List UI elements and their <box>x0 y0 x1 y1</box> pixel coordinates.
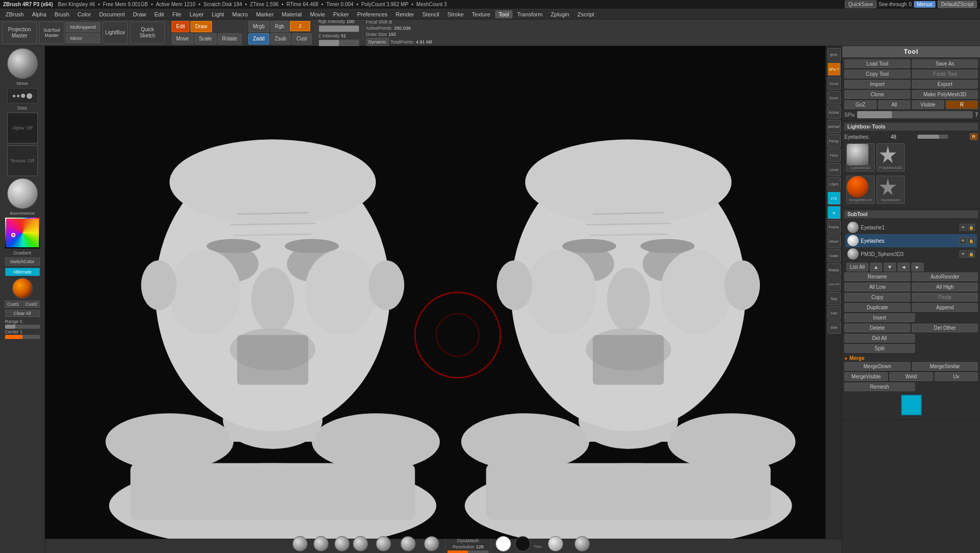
outline-item[interactable]: Outline <box>514 535 531 554</box>
range-slider[interactable] <box>5 325 40 329</box>
menu-brush[interactable]: Brush <box>51 10 73 18</box>
lightbox-button[interactable]: LightBox <box>102 22 128 44</box>
save-as-button[interactable]: Save As <box>912 59 978 68</box>
menu-alpha[interactable]: Alpha <box>28 10 50 18</box>
import-button[interactable]: Import <box>844 80 910 89</box>
spix-button[interactable]: SPix 7 <box>827 62 841 76</box>
goz-button[interactable]: GoZ <box>844 100 877 109</box>
multiappend-button[interactable]: MultiAppend <box>66 22 100 32</box>
switch-color-button[interactable]: SwitchColor <box>5 258 40 266</box>
snakehook-tool-item[interactable]: SnakeHook <box>420 535 443 554</box>
load-tool-button[interactable]: Load Tool <box>844 59 910 68</box>
del-all-button[interactable]: Del All <box>844 334 915 343</box>
merge-similar-button[interactable]: MergeSimilar <box>912 362 978 371</box>
polymesh3d-thumb[interactable]: PolyMesh3D <box>877 143 905 172</box>
menu-stencil[interactable]: Stencil <box>419 10 443 18</box>
menu-transform[interactable]: Transform <box>514 10 546 18</box>
subtool-item-eyelashe1[interactable]: Eyelashe1 👁 🔒 <box>845 221 977 234</box>
xyz-button[interactable]: xYZ <box>827 192 841 205</box>
scale-3d-button[interactable]: Scale <box>827 249 841 262</box>
topological-tool-item[interactable]: Topological <box>310 535 332 554</box>
export-button[interactable]: Export <box>912 80 978 89</box>
basicmaterial-item[interactable]: BasicMaterial <box>569 535 595 554</box>
thin-item[interactable]: Thin <box>532 543 543 550</box>
clear-all-button[interactable]: Clear All <box>5 310 40 317</box>
subtool-lock-3[interactable]: 🔒 <box>968 250 975 258</box>
subtool-down-button[interactable]: ▼ <box>884 263 896 271</box>
flatten-tool-item[interactable]: Flatten <box>333 535 351 554</box>
dynamic-button[interactable]: Dynamic <box>366 38 389 46</box>
delete-button[interactable]: Delete <box>844 324 910 332</box>
menu-picker[interactable]: Picker <box>330 10 353 18</box>
menu-file[interactable]: File <box>168 10 185 18</box>
floor-button[interactable]: Floor <box>827 148 841 162</box>
make-polymesh3d-button[interactable]: Make PolyMesh3D <box>912 90 978 99</box>
rotate-button[interactable]: Rotate <box>218 33 242 45</box>
color-picker[interactable] <box>5 218 40 248</box>
all-low-button[interactable]: All Low <box>844 283 910 291</box>
list-all-button[interactable]: List All <box>846 263 868 271</box>
scroll-button[interactable]: Scroll <box>827 77 841 90</box>
move-3d-button[interactable]: Move <box>827 235 841 248</box>
uv-button[interactable]: Uv <box>934 372 978 381</box>
autoreorder-button[interactable]: AutoReorder <box>912 272 978 281</box>
local-button[interactable]: Local <box>827 163 841 176</box>
menu-layer[interactable]: Layer <box>186 10 207 18</box>
subtool-eye-1[interactable]: 👁 <box>960 224 967 231</box>
rotate-3d-button[interactable]: Rotate <box>827 263 841 276</box>
remesh-button[interactable]: Remesh <box>844 382 915 391</box>
insert-button[interactable]: Insert <box>844 313 915 322</box>
split-button[interactable]: Split <box>844 344 915 353</box>
append-button[interactable]: Append <box>912 303 978 312</box>
subtool-item-eyelashes[interactable]: Eyelashes 👁 🔒 <box>845 234 977 247</box>
zsub-button[interactable]: Zsub <box>270 33 291 45</box>
canvas-area[interactable] <box>45 46 842 539</box>
alpha-display[interactable]: Alpha: Off <box>7 113 38 143</box>
menu-stroke[interactable]: Stroke <box>444 10 467 18</box>
rgb-intensity-slider[interactable] <box>318 25 359 32</box>
copy-button[interactable]: Copy <box>844 293 910 302</box>
menus-button[interactable]: Menus <box>914 1 935 8</box>
tarp-button[interactable]: Tarp <box>827 292 841 305</box>
menu-document[interactable]: Document <box>96 10 129 18</box>
move-button[interactable]: Move <box>172 33 193 45</box>
cust2-button[interactable]: Cust2 <box>23 301 40 308</box>
solo-button[interactable]: Solo <box>827 306 841 320</box>
menu-marker[interactable]: Marker <box>252 10 277 18</box>
spix-slider[interactable] <box>857 111 973 118</box>
menu-macro[interactable]: Macro <box>229 10 252 18</box>
menu-preferences[interactable]: Preferences <box>353 10 391 18</box>
claytubes-tool-item[interactable]: ClayTubes <box>397 535 419 554</box>
w-button[interactable]: w <box>827 206 841 219</box>
merge-visible-button[interactable]: MergeVisible <box>844 372 888 381</box>
cust-button[interactable]: Cust <box>292 33 312 45</box>
menu-draw[interactable]: Draw <box>130 10 150 18</box>
subtool-lock-2[interactable]: 🔒 <box>968 237 975 244</box>
frame-button[interactable]: Frame <box>827 220 841 233</box>
scale-button[interactable]: Scale <box>195 33 217 45</box>
clone-button[interactable]: Clone <box>844 90 910 99</box>
line-fill-button[interactable]: Line Fill <box>827 278 841 291</box>
subtool-eye-2[interactable]: 👁 <box>960 237 967 244</box>
actual-button[interactable]: Actual <box>827 105 841 119</box>
subtool-lock-1[interactable]: 🔒 <box>968 224 975 231</box>
r-btn2[interactable]: R <box>970 133 978 140</box>
zadd-button[interactable]: Zadd <box>248 33 269 45</box>
eyelashes-thumb[interactable]: Eyelashes <box>877 176 905 204</box>
persp-button[interactable]: Persp <box>827 134 841 147</box>
trimdynamic-tool-item[interactable]: TrimDynamic <box>370 535 396 554</box>
skinshade4-item[interactable]: SkinShade4 <box>544 535 568 554</box>
subtool-master-button[interactable]: SubToolMaster <box>39 22 65 44</box>
mirror-button[interactable]: Mirror <box>66 33 100 44</box>
rgb-button[interactable]: Rgb <box>270 21 289 32</box>
simplebrush-thumb[interactable]: SimpleBrush <box>846 176 875 204</box>
duplicate-button[interactable]: Duplicate <box>844 303 910 312</box>
material-ball[interactable] <box>12 278 33 299</box>
cust1-button[interactable]: Cust1 <box>5 301 22 308</box>
all-high-button[interactable]: All High <box>912 283 978 291</box>
lsym-button[interactable]: LSym <box>827 177 841 190</box>
projection-master-button[interactable]: ProjectionMaster <box>2 22 37 44</box>
menu-render[interactable]: Render <box>392 10 418 18</box>
edit-button[interactable]: Edit <box>172 21 189 32</box>
rename-button[interactable]: Rename <box>844 272 910 281</box>
